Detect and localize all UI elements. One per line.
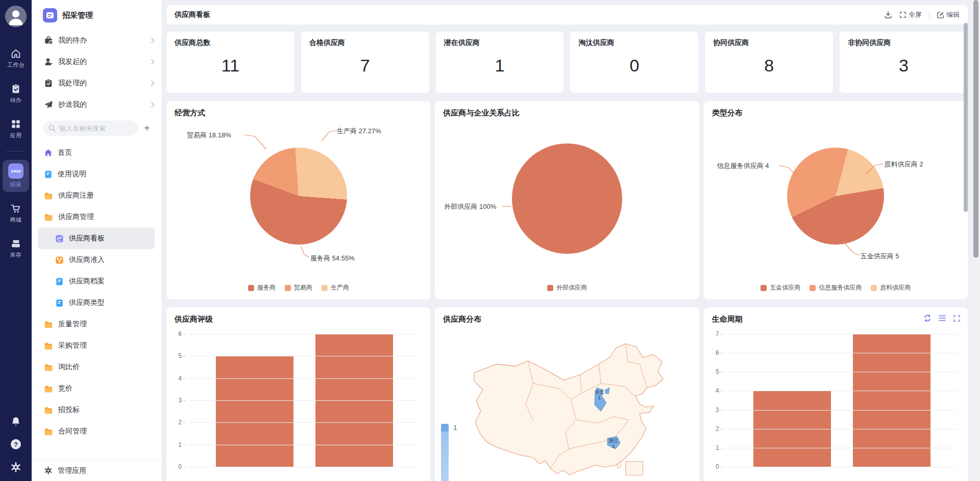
pie-label: 五金供应商 5 [861, 252, 899, 261]
rail-bottom-icons: ? [10, 416, 22, 481]
pie-chart-business-mode: 贸易商 18.18% 生产商 27.27% 服务商 54.55% [166, 119, 430, 273]
app-logo-icon [43, 8, 57, 22]
help-icon[interactable]: ? [10, 438, 22, 450]
expand-icon[interactable] [953, 315, 961, 322]
stat-value: 1 [444, 47, 556, 86]
sidebar-item-contract-management[interactable]: 合同管理 [32, 421, 162, 442]
rail-item-apps[interactable]: 应用 [3, 115, 29, 143]
legend-label: 服务商 [257, 283, 276, 292]
sidebar-item-label: 我发起的 [58, 57, 87, 66]
sidebar-item-user-guide[interactable]: 使用说明 [32, 163, 162, 185]
gridline [190, 356, 419, 356]
header-divider [929, 11, 929, 18]
gridline [190, 378, 419, 379]
user-avatar[interactable] [5, 6, 27, 27]
chart-board-icon [55, 234, 64, 243]
sidebar-item-label: 首页 [58, 148, 72, 157]
legend-item[interactable]: 原料供应商 [871, 283, 911, 292]
browser-scrollbar-track[interactable] [972, 0, 980, 481]
stat-card-non-collaborative: 非协同供应商 3 [840, 32, 968, 93]
sidebar-item-supplier-management[interactable]: 供应商管理 [32, 206, 162, 228]
sidebar-item-handled-by-me[interactable]: 我处理的 [32, 73, 162, 94]
visualmap-bar[interactable] [441, 424, 449, 481]
visualmap-max-label: 1 [453, 424, 457, 431]
china-map: 河北 1 浙江 1 [464, 336, 669, 476]
chevron-right-icon [151, 59, 155, 65]
legend-swatch [810, 285, 816, 291]
sidebar-item-supplier-admission[interactable]: 供应商准入 [32, 249, 162, 271]
notifications-bell-icon[interactable] [10, 416, 21, 427]
chart-title: 生命周期 [712, 315, 743, 324]
pie-label: 外部供应商 100% [444, 202, 496, 211]
legend-item[interactable]: 生产商 [322, 283, 349, 292]
sidebar-item-supplier-register[interactable]: 供应商注册 [32, 185, 162, 206]
sidebar-item-procurement-management[interactable]: 采购管理 [32, 335, 162, 356]
main-content: 供应商看板 全屏 [166, 5, 968, 481]
y-axis: 01234567 [704, 334, 723, 467]
refresh-icon[interactable] [923, 314, 932, 322]
legend-item[interactable]: 贸易商 [285, 283, 312, 292]
legend-swatch [248, 285, 254, 291]
legend-item[interactable]: 服务商 [248, 283, 276, 292]
y-tick-label: 2 [178, 419, 182, 426]
rail-item-srm-selected[interactable]: SRM 招采 [3, 160, 29, 192]
settings-gear-icon[interactable] [10, 462, 21, 473]
panel-scrollbar-thumb[interactable] [964, 23, 968, 212]
y-tick-label: 4 [178, 375, 182, 382]
chart-card-supplier-distribution: 供应商分布 [435, 307, 699, 481]
download-button[interactable] [884, 11, 892, 19]
sidebar-item-bidding-price[interactable]: 竞价 [32, 378, 162, 399]
sidebar-item-label: 采购管理 [58, 341, 87, 350]
sidebar-item-label: 我处理的 [58, 79, 87, 88]
legend-swatch [285, 285, 291, 291]
rail-item-workbench[interactable]: 工作台 [3, 44, 29, 73]
folder-icon [44, 320, 53, 328]
sidebar-item-supplier-archive[interactable]: 供应商档案 [32, 271, 162, 292]
sidebar-item-supplier-dashboard-selected[interactable]: 供应商看板 [38, 228, 155, 249]
search-icon [48, 124, 56, 132]
sidebar-item-my-todo[interactable]: 我的待办 [32, 30, 162, 51]
pie-label-connectors [166, 119, 430, 273]
sidebar-item-cc-to-me[interactable]: 抄送我的 [32, 94, 162, 115]
edit-button[interactable]: 编辑 [937, 10, 960, 19]
rail-item-inventory[interactable]: 库存 [3, 234, 29, 262]
cart-icon [10, 203, 21, 214]
stat-label: 供应商总数 [175, 38, 286, 47]
sidebar-item-supplier-type[interactable]: 供应商类型 [32, 292, 162, 314]
legend-item[interactable]: 五金供应商 [761, 283, 800, 292]
pie-chart-type-distribution: 信息服务供应商 4 原料供应商 2 五金供应商 5 [704, 119, 968, 273]
legend-item[interactable]: 信息服务供应商 [810, 283, 862, 292]
menu-icon[interactable] [938, 314, 946, 322]
bar [853, 334, 930, 467]
plot-area [190, 334, 419, 467]
gridline [727, 467, 957, 467]
header-actions: 全屏 编辑 [884, 10, 960, 19]
add-button[interactable]: + [142, 122, 152, 134]
sidebar-item-rfq[interactable]: 询比价 [32, 356, 162, 378]
folder-icon [44, 363, 53, 371]
sidebar-item-label: 竞价 [58, 384, 72, 393]
legend-swatch [871, 285, 877, 291]
rail-item-mall[interactable]: 商城 [3, 199, 29, 227]
search-field [43, 121, 138, 136]
chart-legend: 五金供应商 信息服务供应商 原料供应商 [704, 283, 968, 292]
fullscreen-button[interactable]: 全屏 [899, 10, 922, 19]
legend-item[interactable]: 外部供应商 [547, 283, 587, 292]
sidebar-item-initiated-by-me[interactable]: 我发起的 [32, 51, 162, 73]
blue-doc-icon [55, 299, 64, 307]
sidebar-item-tendering[interactable]: 招投标 [32, 399, 162, 421]
sidebar-item-quality-management[interactable]: 质量管理 [32, 314, 162, 335]
sidebar-item-manage-apps[interactable]: 管理应用 [32, 460, 162, 481]
org-chart-icon [55, 256, 64, 264]
legend-swatch [547, 285, 553, 291]
page-title: 供应商看板 [175, 10, 210, 19]
gridline [727, 372, 957, 372]
browser-scrollbar-thumb[interactable] [973, 0, 978, 258]
rail-item-todo[interactable]: 待办 [3, 80, 29, 108]
sidebar-item-label: 质量管理 [58, 320, 87, 329]
search-input[interactable] [43, 121, 138, 136]
legend-label: 五金供应商 [770, 283, 800, 292]
fullscreen-label: 全屏 [909, 10, 922, 19]
sidebar-item-home[interactable]: 首页 [32, 142, 162, 163]
gridline [190, 400, 419, 401]
